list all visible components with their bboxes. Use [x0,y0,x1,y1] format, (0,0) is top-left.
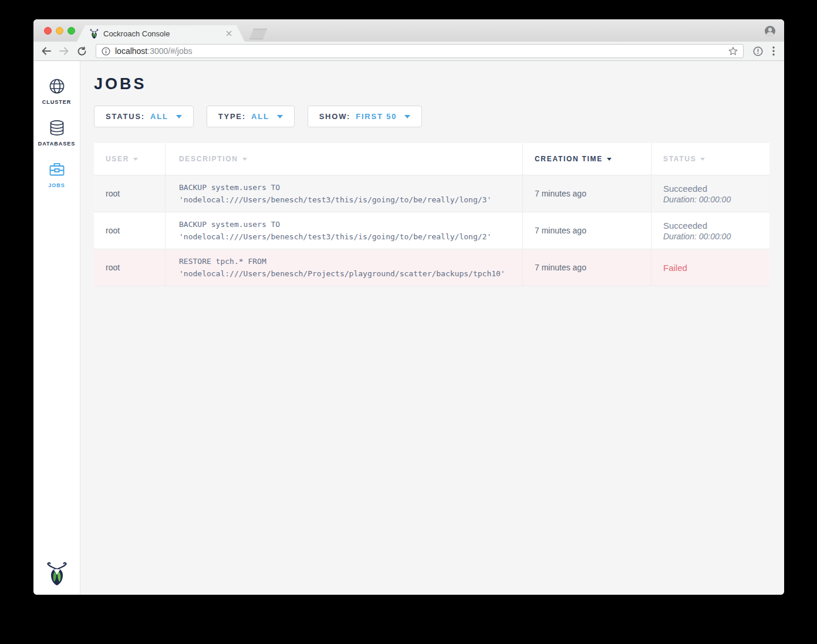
sidebar-item-cluster[interactable]: CLUSTER [33,72,80,113]
cell-status: Succeeded Duration: 00:00:00 [651,175,769,212]
filter-value: FIRST 50 [356,112,397,121]
browser-titlebar: Cockroach Console [33,19,784,42]
table-row: root RESTORE tpch.* FROM 'nodelocal:///U… [94,249,769,286]
close-window-button[interactable] [44,27,52,35]
sidebar-item-label: JOBS [48,182,65,188]
cell-creation-time: 7 minutes ago [523,212,651,249]
cell-description: BACKUP system.users TO 'nodelocal:///Use… [166,212,523,249]
description-line: 'nodelocal:///Users/benesch/test3/this/i… [179,231,514,243]
browser-toolbar: localhost:3000/#/jobs [33,42,784,61]
description-line: RESTORE tpch.* FROM [179,255,514,267]
browser-window: Cockroach Console loc [33,19,784,595]
chevron-down-icon [277,115,283,118]
toolbar-right [750,46,777,56]
cell-user: root [94,175,166,212]
filter-label: STATUS: [106,112,145,121]
browser-menu-icon[interactable] [772,46,775,56]
column-header-user[interactable]: USER [94,143,166,175]
cell-description: BACKUP system.users TO 'nodelocal:///Use… [166,175,523,212]
column-header-creation-time[interactable]: CREATION TIME [523,143,651,175]
sort-arrow-icon [133,158,138,161]
table-header-row: USER DESCRIPTION CREATION TIME STATUS [94,143,769,175]
column-header-status[interactable]: STATUS [651,143,769,175]
sidebar-nav: CLUSTER DATABASES [33,61,80,595]
status-text: Succeeded [663,221,761,231]
column-header-label: CREATION TIME [535,155,603,163]
column-header-description[interactable]: DESCRIPTION [166,143,523,175]
description-line: 'nodelocal:///Users/benesch/Projects/pla… [179,267,514,280]
main-content: JOBS STATUS: ALL TYPE: ALL SHOW: FIRST 5… [80,61,784,595]
filter-value: ALL [251,112,269,121]
table-row: root BACKUP system.users TO 'nodelocal:/… [94,212,769,249]
page-info-icon[interactable] [102,47,110,56]
chevron-down-icon [404,115,410,118]
sidebar-item-label: DATABASES [38,141,76,147]
cell-status: Failed [651,249,769,286]
column-header-label: DESCRIPTION [179,155,238,163]
sort-arrow-icon [607,158,612,161]
status-text: Failed [663,263,761,273]
status-duration: Duration: 00:00:00 [663,195,761,204]
cell-status: Succeeded Duration: 00:00:00 [651,212,769,249]
sidebar-item-databases[interactable]: DATABASES [33,113,80,155]
jobs-table: USER DESCRIPTION CREATION TIME STATUS ro… [94,143,769,286]
page-title: JOBS [94,75,769,93]
cockroach-logo-icon [46,561,67,585]
filter-label: SHOW: [319,112,351,121]
cell-user: root [94,249,166,286]
bookmark-star-icon[interactable] [728,46,738,56]
cell-user: root [94,212,166,249]
column-header-label: STATUS [663,155,696,163]
zoom-window-button[interactable] [67,27,75,35]
extension-alert-icon[interactable] [753,46,763,56]
sort-arrow-icon [242,158,247,161]
tab-close-icon[interactable] [226,30,232,36]
cockroach-favicon-icon [90,29,99,39]
sidebar-item-jobs[interactable]: JOBS [33,155,80,196]
type-filter-dropdown[interactable]: TYPE: ALL [207,106,295,127]
cell-creation-time: 7 minutes ago [523,175,651,212]
url-text[interactable]: localhost:3000/#/jobs [115,46,724,56]
column-header-label: USER [106,155,129,163]
page-content: CLUSTER DATABASES [33,61,784,595]
status-text: Succeeded [663,184,761,194]
minimize-window-button[interactable] [56,27,63,35]
chevron-down-icon [176,115,182,118]
sort-arrow-icon [700,158,705,161]
tab-title: Cockroach Console [103,29,226,38]
description-line: BACKUP system.users TO [179,218,514,231]
status-filter-dropdown[interactable]: STATUS: ALL [94,106,194,127]
filter-bar: STATUS: ALL TYPE: ALL SHOW: FIRST 50 [94,106,769,127]
status-duration: Duration: 00:00:00 [663,232,761,241]
window-controls [44,27,75,35]
url-bar[interactable]: localhost:3000/#/jobs [96,44,744,58]
profile-avatar-icon[interactable] [764,25,776,37]
filter-label: TYPE: [218,112,246,121]
url-path: :3000/#/jobs [147,46,192,56]
reload-button[interactable] [76,45,87,57]
browser-tab[interactable]: Cockroach Console [77,25,245,42]
show-filter-dropdown[interactable]: SHOW: FIRST 50 [308,106,423,127]
globe-icon [48,77,66,95]
briefcase-icon [48,161,66,178]
cell-description: RESTORE tpch.* FROM 'nodelocal:///Users/… [166,249,523,286]
cell-creation-time: 7 minutes ago [523,249,651,286]
sidebar-item-label: CLUSTER [42,99,72,105]
description-line: 'nodelocal:///Users/benesch/test3/this/i… [179,194,514,206]
database-icon [48,119,66,137]
forward-button[interactable] [58,45,70,57]
table-row: root BACKUP system.users TO 'nodelocal:/… [94,175,769,212]
new-tab-button[interactable] [249,29,267,39]
filter-value: ALL [150,112,168,121]
url-host: localhost [115,46,147,56]
back-button[interactable] [40,45,52,57]
description-line: BACKUP system.users TO [179,181,514,194]
